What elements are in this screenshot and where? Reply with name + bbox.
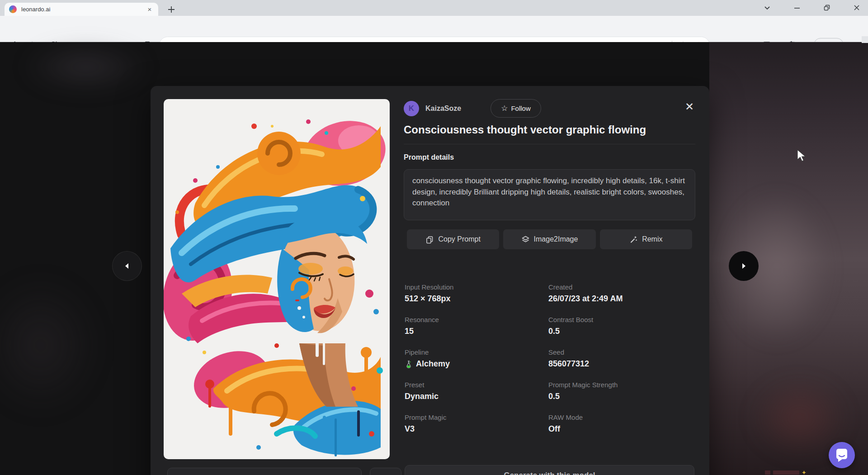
image-toolbar-partial[interactable]: [167, 468, 362, 475]
tab-strip: leonardo.ai ×: [0, 0, 868, 16]
wand-icon: [629, 235, 638, 244]
image-toolbar-partial[interactable]: [370, 468, 401, 475]
star-icon: ☆: [501, 104, 508, 112]
detail-value: 15: [405, 327, 548, 336]
generated-image: [164, 99, 390, 459]
detail-label: Pipeline: [405, 348, 548, 356]
detail-item: Resonance 15: [405, 316, 548, 336]
user-avatar[interactable]: K: [404, 101, 419, 116]
minimize-window-button[interactable]: [787, 0, 807, 15]
image2image-button[interactable]: Image2Image: [503, 229, 595, 249]
chevron-right-icon: [740, 262, 747, 270]
detail-label: Input Resolution: [405, 283, 548, 291]
detail-value: Off: [548, 424, 695, 434]
detail-item: Prompt Magic Strength 0.5: [548, 381, 695, 401]
follow-label: Follow: [511, 104, 530, 112]
next-image-button[interactable]: [729, 251, 759, 281]
detail-value: 0.5: [548, 392, 695, 401]
copy-icon: [425, 235, 434, 244]
remix-label: Remix: [642, 235, 662, 243]
detail-label: Created: [548, 283, 695, 291]
tab-title: leonardo.ai: [21, 6, 146, 13]
detail-item: Seed 856077312: [548, 348, 695, 369]
copy-prompt-label: Copy Prompt: [438, 235, 480, 243]
generation-title: Consciousness thought vector graphic flo…: [404, 124, 684, 136]
leonardo-favicon-icon: [9, 5, 17, 13]
detail-label: Resonance: [405, 316, 548, 323]
detail-value: Dynamic: [405, 392, 548, 401]
detail-item: Created 26/07/23 at 2:49 AM: [548, 283, 695, 304]
browser-tab[interactable]: leonardo.ai ×: [5, 3, 158, 16]
generation-details-grid: Input Resolution 512 × 768px Created 26/…: [405, 283, 695, 434]
copy-prompt-button[interactable]: Copy Prompt: [407, 229, 499, 249]
intercom-chat-button[interactable]: [829, 442, 855, 468]
partial-watermark: [765, 470, 833, 475]
browser-toolbar: app.leonardo.ai VPN: [0, 16, 868, 42]
prompt-box: consciousness thought vector graphic flo…: [404, 169, 695, 220]
detail-value: 856077312: [548, 359, 695, 369]
layers-icon: [521, 235, 530, 244]
detail-label: Contrast Boost: [548, 316, 695, 323]
detail-value: Alchemy: [416, 359, 450, 369]
mouse-cursor: [797, 149, 808, 165]
detail-value: V3: [405, 424, 548, 434]
detail-item: Pipeline Alchemy: [405, 348, 548, 369]
detail-panel: K KaizaSoze ☆ Follow ✕ Consciousness tho…: [404, 86, 695, 475]
prompt-details-heading: Prompt details: [404, 153, 454, 162]
detail-item: Prompt Magic V3: [405, 413, 548, 434]
backdrop-glow: [23, 42, 149, 92]
detail-label: RAW Mode: [548, 413, 695, 421]
close-modal-button[interactable]: ✕: [683, 100, 696, 113]
username[interactable]: KaizaSoze: [425, 104, 461, 113]
detail-value: 0.5: [548, 327, 695, 336]
detail-item: Input Resolution 512 × 768px: [405, 283, 548, 304]
generate-with-model-button[interactable]: Generate with this model: [405, 465, 694, 475]
follow-button[interactable]: ☆ Follow: [491, 99, 541, 118]
detail-label: Seed: [548, 348, 695, 356]
backdrop-glow: [0, 277, 99, 413]
potion-icon: [405, 360, 413, 368]
detail-label: Prompt Magic Strength: [548, 381, 695, 389]
restore-window-button[interactable]: [816, 0, 837, 15]
divider: [404, 144, 695, 144]
detail-item: Contrast Boost 0.5: [548, 316, 695, 336]
tab-close-icon[interactable]: ×: [146, 5, 154, 14]
detail-label: Preset: [405, 381, 548, 389]
close-window-button[interactable]: [846, 0, 867, 15]
tab-search-chevron-icon[interactable]: [757, 0, 778, 15]
image2image-label: Image2Image: [534, 235, 578, 243]
chat-bubble-icon: [835, 448, 849, 462]
image-detail-modal: K KaizaSoze ☆ Follow ✕ Consciousness tho…: [151, 86, 709, 475]
prev-image-button[interactable]: [112, 251, 142, 281]
detail-label: Prompt Magic: [405, 413, 548, 421]
detail-item: Preset Dynamic: [405, 381, 548, 401]
screen: leonardo.ai ×: [0, 0, 868, 475]
prompt-text: consciousness thought vector graphic flo…: [412, 176, 687, 209]
scrollbar-notch: [862, 36, 868, 43]
chevron-left-icon: [123, 262, 131, 270]
new-tab-button[interactable]: [165, 4, 177, 15]
detail-value: 512 × 768px: [405, 294, 548, 304]
detail-item: RAW Mode Off: [548, 413, 695, 434]
detail-value: 26/07/23 at 2:49 AM: [548, 294, 695, 304]
remix-button[interactable]: Remix: [600, 229, 692, 249]
